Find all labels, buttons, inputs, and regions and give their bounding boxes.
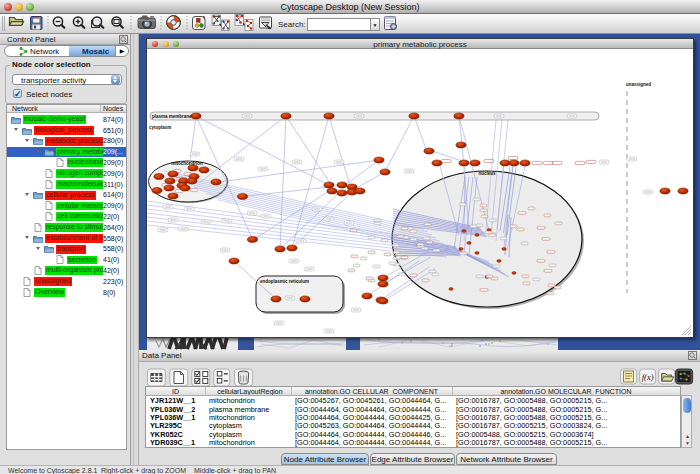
svg-text:cytoplasm: cytoplasm <box>149 125 171 130</box>
svg-text:mitochondrion: mitochondrion <box>171 161 203 166</box>
svg-text:unassigned: unassigned <box>626 82 651 87</box>
svg-text:nucleus: nucleus <box>478 171 496 176</box>
svg-text:f(x): f(x) <box>642 372 654 382</box>
svg-text:endoplasmic reticulum: endoplasmic reticulum <box>260 279 309 284</box>
svg-text:plasma membrane: plasma membrane <box>152 114 192 119</box>
